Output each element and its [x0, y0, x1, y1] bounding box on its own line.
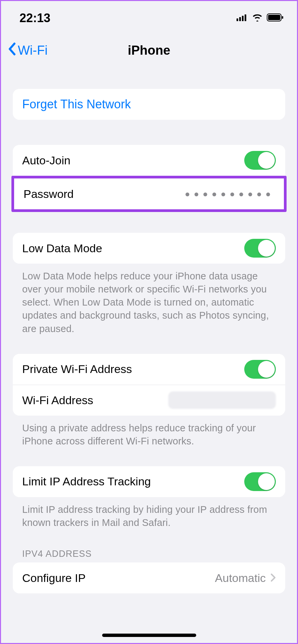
auto-join-label: Auto-Join	[22, 154, 71, 167]
svg-rect-5	[268, 15, 280, 20]
private-address-label: Private Wi-Fi Address	[22, 363, 132, 376]
forget-network-button[interactable]: Forget This Network	[13, 89, 285, 120]
wifi-icon	[252, 13, 263, 23]
address-group: Private Wi-Fi Address Wi-Fi Address	[13, 354, 285, 416]
connection-group: Auto-Join Password ●●●●●●●●●●	[13, 145, 285, 212]
svg-rect-2	[242, 16, 244, 21]
limit-ip-row[interactable]: Limit IP Address Tracking	[13, 466, 285, 497]
private-address-footer: Using a private address helps reduce tra…	[13, 416, 285, 448]
status-bar: 22:13	[1, 1, 297, 29]
password-highlight: Password ●●●●●●●●●●	[11, 176, 287, 212]
svg-rect-1	[239, 17, 241, 21]
low-data-toggle[interactable]	[244, 239, 276, 258]
password-label: Password	[24, 187, 74, 201]
configure-ip-label: Configure IP	[22, 572, 86, 585]
status-icons	[237, 13, 284, 23]
back-label: Wi-Fi	[18, 43, 48, 58]
ipv4-header: IPV4 ADDRESS	[13, 529, 285, 562]
low-data-row[interactable]: Low Data Mode	[13, 233, 285, 264]
configure-ip-value: Automatic	[215, 572, 266, 585]
limit-ip-label: Limit IP Address Tracking	[22, 475, 151, 488]
nav-bar: Wi-Fi iPhone	[1, 29, 297, 64]
wifi-address-label: Wi-Fi Address	[22, 394, 93, 407]
private-address-toggle[interactable]	[244, 360, 276, 379]
auto-join-row[interactable]: Auto-Join	[13, 145, 285, 176]
svg-rect-0	[237, 18, 238, 21]
forget-group: Forget This Network	[13, 89, 285, 120]
wifi-address-row[interactable]: Wi-Fi Address	[13, 385, 285, 416]
private-address-row[interactable]: Private Wi-Fi Address	[13, 354, 285, 385]
low-data-footer: Low Data Mode helps reduce your iPhone d…	[13, 264, 285, 335]
limit-ip-group: Limit IP Address Tracking	[13, 466, 285, 497]
configure-ip-row[interactable]: Configure IP Automatic	[13, 562, 285, 593]
auto-join-toggle[interactable]	[244, 151, 276, 170]
limit-ip-toggle[interactable]	[244, 472, 276, 491]
chevron-left-icon	[8, 42, 16, 59]
password-value: ●●●●●●●●●●	[185, 189, 274, 199]
back-button[interactable]: Wi-Fi	[8, 42, 48, 59]
status-time: 22:13	[19, 11, 50, 25]
limit-ip-footer: Limit IP address tracking by hiding your…	[13, 497, 285, 529]
ipv4-group: Configure IP Automatic	[13, 562, 285, 593]
configure-ip-right: Automatic	[215, 572, 276, 585]
forget-network-label: Forget This Network	[22, 97, 131, 111]
svg-rect-6	[282, 16, 283, 19]
home-indicator[interactable]	[102, 634, 196, 637]
wifi-address-value-redacted	[168, 391, 276, 409]
low-data-group: Low Data Mode	[13, 233, 285, 264]
chevron-right-icon	[270, 572, 276, 585]
svg-rect-3	[245, 14, 246, 21]
password-row[interactable]: Password ●●●●●●●●●●	[14, 178, 284, 209]
low-data-label: Low Data Mode	[22, 242, 102, 255]
battery-icon	[267, 13, 284, 23]
cellular-icon	[237, 14, 248, 22]
